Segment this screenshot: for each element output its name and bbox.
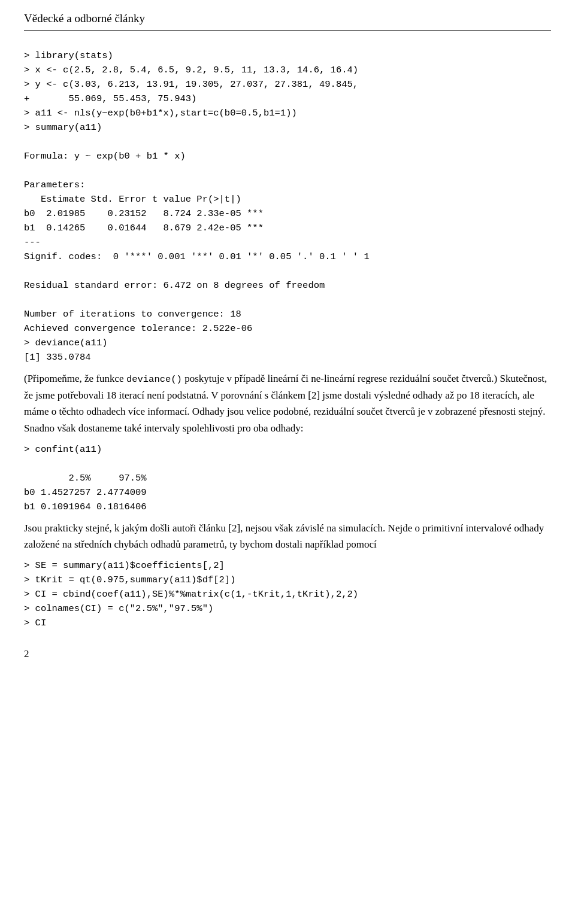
code-section-2: > confint(a11) 2.5% 97.5% b0 1.4527257 2…	[24, 442, 551, 514]
prose-section-2: Jsou prakticky stejné, k jakým došli aut…	[24, 520, 551, 552]
prose-text-1a: (Připomeňme, že funkce	[24, 373, 124, 384]
inline-code-deviance: deviance()	[126, 374, 182, 385]
code-section-3: > SE = summary(a11)$coefficients[,2] > t…	[24, 558, 551, 630]
prose-section-1: (Připomeňme, že funkce deviance() poskyt…	[24, 370, 551, 436]
code-block-1: > library(stats) > x <- c(2.5, 2.8, 5.4,…	[24, 48, 551, 364]
code-block-2: > confint(a11) 2.5% 97.5% b0 1.4527257 2…	[24, 442, 551, 514]
page-header-title: Vědecké a odborné články	[24, 12, 145, 25]
code-block-3: > SE = summary(a11)$coefficients[,2] > t…	[24, 558, 551, 630]
page-header: Vědecké a odborné články	[24, 12, 551, 31]
page-number: 2	[24, 648, 551, 660]
code-section-1: > library(stats) > x <- c(2.5, 2.8, 5.4,…	[24, 48, 551, 364]
prose-text-2: Jsou prakticky stejné, k jakým došli aut…	[24, 522, 544, 550]
